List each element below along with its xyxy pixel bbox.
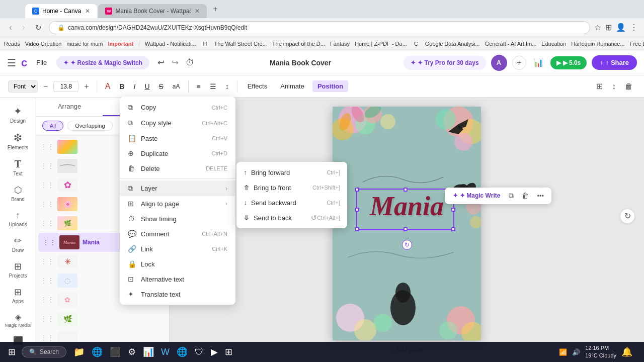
copy-btn[interactable]: ⧉ xyxy=(506,190,516,202)
clock[interactable]: 12:16 PM 19°C Cloudy xyxy=(585,344,616,360)
filter-all-btn[interactable]: All xyxy=(42,121,63,131)
bold-btn[interactable]: B xyxy=(116,81,127,92)
profile-btn[interactable]: 👤 xyxy=(616,23,626,32)
menu-btn[interactable]: ⋮ xyxy=(630,23,638,32)
more-btn[interactable]: ••• xyxy=(534,191,546,201)
drag-handle[interactable]: ⋮⋮ xyxy=(40,181,54,189)
ctx-lock[interactable]: 🔒 Lock xyxy=(120,256,235,272)
sidebar-item-text[interactable]: T Text xyxy=(3,155,34,180)
address-bar[interactable]: 🔒 canva.com/design/DAGHD242wuU/ZXUlTEKz-… xyxy=(49,21,590,34)
drag-handle[interactable]: ⋮⋮ xyxy=(40,219,54,227)
bookmark-free[interactable]: Free Download Books xyxy=(630,41,644,47)
font-size-input[interactable] xyxy=(53,81,78,92)
app-logo[interactable]: c xyxy=(21,56,27,69)
drag-handle[interactable]: ⋮⋮ xyxy=(40,315,54,323)
taskbar-icon-file[interactable]: 📁 xyxy=(70,344,88,359)
extensions-btn[interactable]: ⊞ xyxy=(605,23,612,32)
taskbar-volume[interactable]: 🔊 xyxy=(572,348,580,356)
bookmark-wsj[interactable]: The Wall Street Cre... xyxy=(214,41,267,47)
position-btn[interactable]: Position xyxy=(312,80,348,92)
undo-btn[interactable]: ↩ xyxy=(154,55,168,70)
bookmark-video[interactable]: Video Creation xyxy=(25,41,62,47)
ctx-timing[interactable]: ⏱ Show timing xyxy=(120,211,235,226)
italic-btn[interactable]: I xyxy=(130,81,138,92)
taskbar-icon-word[interactable]: W xyxy=(158,345,173,359)
delete-btn[interactable]: 🗑 xyxy=(519,190,531,201)
sidebar-item-draw[interactable]: ✏ Draw xyxy=(3,232,34,256)
ctx-translate[interactable]: ✦ Translate text xyxy=(120,287,235,302)
drag-handle[interactable]: ⋮⋮ xyxy=(40,143,54,151)
ctx-link[interactable]: 🔗 Link Ctrl+K xyxy=(120,241,235,256)
bookmark-music[interactable]: music for mum xyxy=(66,41,103,47)
sidebar-item-elements[interactable]: ❇ Elements xyxy=(3,128,34,154)
sidebar-item-uploads[interactable]: ↑ Uploads xyxy=(3,207,34,231)
underline-btn[interactable]: U xyxy=(141,81,152,92)
effects-btn[interactable]: Effects xyxy=(243,80,273,92)
drag-handle[interactable]: ⋮⋮ xyxy=(40,162,54,170)
nav-refresh[interactable]: ↻ xyxy=(32,22,45,33)
ctx-copy[interactable]: ⧉ Copy Ctrl+C xyxy=(120,100,235,115)
taskbar-search[interactable]: 🔍 Search xyxy=(22,346,66,357)
nav-forward[interactable]: › xyxy=(19,21,28,34)
sub-send-to-back[interactable]: ⤋ Send to back Ctrl+Alt+[ ↺ xyxy=(236,210,347,225)
align-btn[interactable]: ≡ xyxy=(194,81,204,92)
layer-item[interactable]: ⋮⋮ 🌿 xyxy=(36,309,169,328)
sidebar-item-apps[interactable]: ⊞ Apps xyxy=(3,283,34,308)
drag-handle[interactable]: ⋮⋮ xyxy=(40,277,54,285)
bookmark-reads[interactable]: Reads xyxy=(4,41,20,47)
sub-send-backward[interactable]: ↓ Send backward Ctrl+[ xyxy=(236,195,347,210)
ctx-delete[interactable]: 🗑 Delete DELETE xyxy=(120,161,235,176)
plus-btn[interactable]: + xyxy=(512,56,526,70)
filter-overlapping-btn[interactable]: Overlapping xyxy=(67,121,112,131)
new-tab-btn[interactable]: + xyxy=(208,2,222,16)
drag-handle[interactable]: ⋮⋮ xyxy=(40,296,54,304)
share-btn[interactable]: ↑ ↑ Share xyxy=(592,55,637,70)
spacing-btn[interactable]: ↕ xyxy=(222,81,232,92)
tab-close-2[interactable]: ✕ xyxy=(195,8,200,15)
ctx-duplicate[interactable]: ⊕ Duplicate Ctrl+D xyxy=(120,146,235,161)
sidebar-item-projects[interactable]: ⊞ Projects xyxy=(3,257,34,282)
ctx-paste[interactable]: 📋 Paste Ctrl+V xyxy=(120,131,235,146)
bookmark-gencraft[interactable]: Gencraft - AI Art Im... xyxy=(485,41,537,47)
file-menu-btn[interactable]: File xyxy=(32,56,51,69)
color-btn[interactable]: A xyxy=(102,80,114,93)
user-avatar[interactable]: A xyxy=(491,55,507,71)
ctx-comment[interactable]: 💬 Comment Ctrl+Alt+N xyxy=(120,226,235,241)
toolbar-extra3[interactable]: 🗑 xyxy=(622,80,636,93)
taskbar-notification[interactable]: 🔔 xyxy=(621,346,632,357)
case-btn[interactable]: aA xyxy=(170,81,183,92)
taskbar-icon-settings[interactable]: ⚙ xyxy=(125,344,139,359)
bookmark-edu[interactable]: Education xyxy=(541,41,566,47)
strikethrough-btn[interactable]: S xyxy=(156,81,167,92)
ctx-copy-style[interactable]: ⧉ Copy style Ctrl+Alt+C xyxy=(120,115,235,131)
sidebar-item-brand[interactable]: ⬡ Brand xyxy=(3,181,34,206)
nav-back[interactable]: ‹ xyxy=(6,21,15,34)
ctx-layer[interactable]: ⧉ Layer › xyxy=(120,180,235,196)
font-size-decrease[interactable]: − xyxy=(41,81,50,92)
bookmark-star[interactable]: ☆ xyxy=(594,23,601,32)
bookmark-h[interactable]: H xyxy=(201,40,209,47)
analytics-btn[interactable]: 📊 xyxy=(531,56,545,69)
taskbar-network[interactable]: 📶 xyxy=(559,348,567,356)
sub-bring-to-front[interactable]: ⤊ Bring to front Ctrl+Shift+] xyxy=(236,180,347,195)
bookmark-important[interactable]: Important xyxy=(108,41,134,47)
drag-handle[interactable]: ⋮⋮ xyxy=(40,334,54,342)
toolbar-extra2[interactable]: ↕ xyxy=(609,80,619,93)
start-btn[interactable]: ⊞ xyxy=(4,344,20,359)
taskbar-icon-media[interactable]: ▶ xyxy=(208,344,221,359)
browser-tab-inactive[interactable]: W Mania Book Cover - Wattpad... ✕ xyxy=(98,4,207,18)
redo-btn[interactable]: ↪ xyxy=(169,55,182,70)
play-btn[interactable]: ▶ ▶ 5.0s xyxy=(550,56,587,69)
ctx-align[interactable]: ⊞ Align to page › xyxy=(120,196,235,211)
sub-bring-forward[interactable]: ↑ Bring forward Ctrl+] xyxy=(236,165,347,180)
try-pro-btn[interactable]: ✦ ✦ Try Pro for 30 days xyxy=(404,56,486,70)
canvas-page[interactable]: Mania ↻ xyxy=(333,107,481,340)
sidebar-item-design[interactable]: ✦ Design xyxy=(3,102,34,127)
drag-handle[interactable]: ⋮⋮ xyxy=(40,200,54,208)
rotate-handle[interactable]: ↻ xyxy=(402,240,412,250)
font-size-increase[interactable]: + xyxy=(82,81,91,92)
resize-magic-btn[interactable]: ✦ ✦ Resize & Magic Switch xyxy=(56,56,149,69)
drag-handle[interactable]: ⋮⋮ xyxy=(40,257,54,265)
taskbar-icon-shield[interactable]: 🛡 xyxy=(192,345,207,359)
bookmark-c[interactable]: C xyxy=(412,40,420,47)
